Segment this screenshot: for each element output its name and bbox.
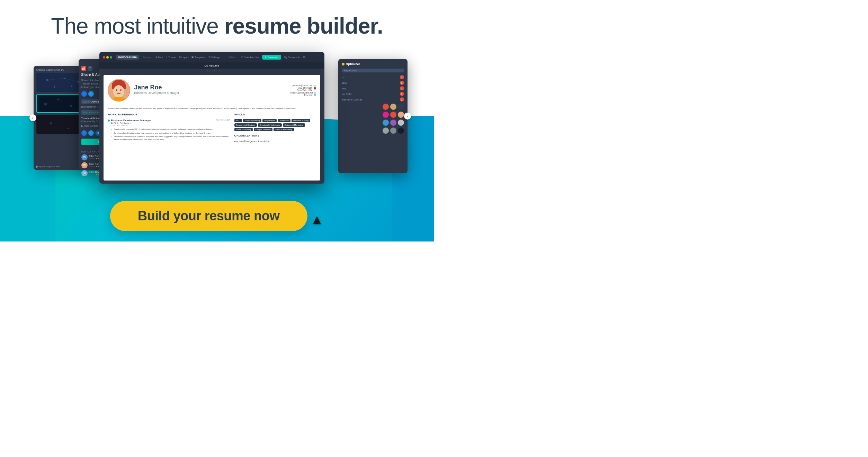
- color-dot-gray[interactable]: [383, 128, 389, 134]
- tw-mini-icon: t: [88, 130, 94, 136]
- window-minimize-dot[interactable]: [106, 56, 109, 59]
- ruler-bar: [99, 69, 324, 73]
- advisor-1-avatar: JD: [81, 154, 88, 160]
- resume-name: Jane Roe: [134, 84, 286, 91]
- resume-name-block: Jane Roe Business Development Manager: [134, 84, 286, 97]
- window-maximize-dot[interactable]: [110, 56, 112, 59]
- svg-point-11: [44, 103, 46, 105]
- window-close-dot[interactable]: [103, 56, 105, 59]
- theme-icon: ✓: [165, 56, 168, 59]
- resume-location: New York, USA 📍: [290, 89, 316, 91]
- color-dot-purple[interactable]: [390, 120, 396, 126]
- skill-outbound-marketing: Outbound Marketing: [283, 123, 305, 127]
- hamburger-menu-icon[interactable]: ≡: [303, 55, 305, 60]
- resume-skills-orgs: SKILLS SEO Public Speaking Negotiation T…: [234, 113, 316, 176]
- toolbar-theme-btn[interactable]: ✓ Theme: [165, 56, 176, 59]
- resume-avatar: [108, 79, 130, 102]
- opt-section-ation: ation 1: [342, 81, 404, 85]
- color-dot-peach[interactable]: [398, 112, 404, 118]
- layout-icon: ⊞: [179, 56, 181, 59]
- color-dot-silver[interactable]: [398, 120, 404, 126]
- bg-panel-title: Creative Backgrounds 1/2: [36, 69, 64, 71]
- toolbar-settings-btn[interactable]: ⚙ Settings: [208, 56, 220, 59]
- chart-icon: [81, 66, 86, 71]
- skill-teamwork: Teamwork: [278, 119, 290, 122]
- svg-point-30: [113, 85, 124, 98]
- opt-section-nary-name: nary: [342, 87, 347, 90]
- settings-icon: ⚙: [208, 56, 211, 59]
- fb-mini-icon: f: [81, 130, 87, 136]
- svg-point-12: [57, 99, 59, 101]
- job-header: Business Development Manager AirState So…: [111, 119, 230, 128]
- toolbar-font-btn[interactable]: A Font: [155, 56, 163, 59]
- main-headline: The most intuitive resume builder.: [51, 14, 383, 38]
- headline-part1: The most intuitive: [51, 14, 224, 38]
- color-dot-red2[interactable]: [390, 112, 396, 118]
- toolbar-utilities-group: ⬡ Global Archive: [241, 56, 259, 59]
- optimize-icon: [88, 66, 92, 71]
- job-bullet-3: Reviewed constantly the customer feedbac…: [111, 135, 230, 141]
- job-bullets: Successfully managed $2 - 3 million budg…: [111, 128, 230, 141]
- opt-section-cts-name: cts: [342, 76, 345, 79]
- opt-section-ical-dot: 1: [400, 92, 404, 96]
- sync-label: Sync Background colo...: [39, 166, 62, 168]
- yellow-dot-icon: [342, 63, 344, 65]
- color-dot-black[interactable]: [398, 128, 404, 134]
- color-dot-blue[interactable]: [383, 120, 389, 126]
- resume-linkedin: linkedin.com/in/jane.roe in: [290, 91, 316, 94]
- facebook-share-icon[interactable]: f: [81, 91, 87, 97]
- opt-section-ical-skills: ical Skills 1: [342, 92, 404, 96]
- toolbar-utilities-label: Utilities: [228, 56, 236, 59]
- skill-tags-container: SEO Public Speaking Negotiation Teamwork…: [234, 119, 316, 131]
- my-documents-btn[interactable]: My Documents: [284, 56, 300, 59]
- resume-work-experience: WORK EXPERIENCE Business Development Man…: [108, 113, 230, 176]
- skill-negotiation: Negotiation: [262, 119, 276, 122]
- templates-icon: ▣: [191, 56, 194, 59]
- color-dot-red[interactable]: [383, 104, 389, 110]
- resume-summary: Professional Business Developer with mor…: [108, 105, 316, 110]
- optimizer-panel-next-arrow[interactable]: ›: [404, 113, 411, 120]
- toolbar-logo: novoresume: [116, 55, 139, 60]
- color-dot-dark[interactable]: [398, 104, 404, 110]
- opt-section-nary-dot: 1: [400, 86, 404, 90]
- opt-section-cts: cts 1: [342, 75, 404, 79]
- color-row-4: [342, 128, 404, 134]
- organizations-title: ORGANIZATIONS: [234, 134, 316, 138]
- resume-job-title: Business Development Manager: [134, 91, 286, 95]
- optimizer-title: Optimizer: [342, 62, 404, 66]
- toolbar-templates-btn[interactable]: ▣ Templates: [191, 56, 206, 59]
- twitter-share-icon[interactable]: t: [88, 91, 94, 97]
- toolbar-design-group: A Font ✓ Theme ⊞ Layout ▣ Templates: [155, 56, 220, 59]
- job-bullet-2: Developed and implemented new marketing …: [111, 132, 230, 134]
- screenshots-container: Creative Backgrounds 1/2: [27, 52, 408, 184]
- skill-email-marketing: Email Marketing: [234, 128, 253, 131]
- toolbar-layout-btn[interactable]: ⊞ Layout: [179, 56, 189, 59]
- work-exp-dot: [108, 120, 110, 122]
- bg-panel-prev-arrow[interactable]: ‹: [29, 114, 36, 121]
- svg-rect-24: [84, 67, 85, 70]
- svg-rect-23: [83, 68, 84, 70]
- toolbar-global-archive-btn[interactable]: ⬡ Global Archive: [241, 56, 259, 59]
- resume-body: WORK EXPERIENCE Business Development Man…: [108, 113, 316, 176]
- suggestions-label: Suggestions: [342, 69, 404, 72]
- skill-seo: SEO: [234, 119, 242, 122]
- document-title-bar: My Résumé: [99, 62, 324, 69]
- font-icon: A: [155, 56, 157, 59]
- opt-section-ation-dot: 1: [400, 81, 404, 85]
- color-row-2: [342, 112, 404, 118]
- cta-button[interactable]: Build your resume now: [110, 201, 307, 231]
- archive-icon: ⬡: [241, 56, 243, 59]
- opt-section-ical-name: ical Skills: [342, 93, 352, 95]
- color-dot-pink[interactable]: [383, 112, 389, 118]
- color-row-1: [342, 104, 404, 110]
- job-dates: 05/2014 – 08/2017: [111, 124, 151, 126]
- resume-header: Jane Roe Business Development Manager ja…: [108, 79, 316, 102]
- download-btn[interactable]: ⬇ Download: [262, 55, 281, 60]
- color-dot-tan[interactable]: [390, 104, 396, 110]
- cursor-icon: ▲: [310, 212, 324, 227]
- resume-contact-info: jane.roe@gmail.com ✉ 202-555-0166 📱 New …: [290, 84, 316, 96]
- svg-point-31: [116, 89, 117, 91]
- svg-point-20: [68, 128, 69, 129]
- advisor-3-avatar: CB: [81, 170, 88, 176]
- color-dot-dark-gray[interactable]: [390, 128, 396, 134]
